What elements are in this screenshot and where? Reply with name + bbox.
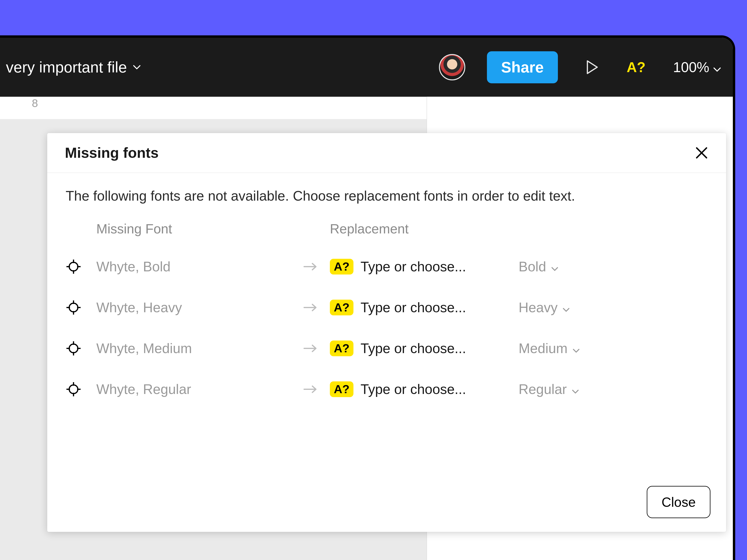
crosshair-icon[interactable] [66, 300, 96, 315]
arrow-right-icon [291, 302, 330, 313]
missing-font-name: Whyte, Regular [96, 381, 291, 397]
arrow-right-icon [291, 344, 330, 353]
replacement-cell: A? [330, 300, 501, 315]
replacement-cell: A? [330, 341, 501, 356]
missing-font-badge-icon: A? [330, 381, 354, 397]
crosshair-icon[interactable] [66, 381, 96, 397]
chevron-down-icon [551, 259, 558, 274]
font-weight-label: Regular [519, 381, 567, 397]
dialog-description: The following fonts are not available. C… [66, 187, 708, 205]
svg-point-8 [69, 303, 78, 312]
replacement-cell: A? [330, 259, 501, 274]
dialog-header: Missing fonts [47, 133, 726, 173]
column-header-replacement: Replacement [291, 221, 409, 236]
font-row: Whyte, RegularA?Regular [66, 369, 708, 410]
missing-font-name: Whyte, Heavy [96, 300, 291, 315]
svg-point-20 [69, 385, 78, 394]
font-row: Whyte, BoldA?Bold [66, 246, 708, 287]
crosshair-icon[interactable] [66, 259, 96, 274]
chevron-down-icon [713, 59, 721, 75]
svg-point-14 [69, 344, 78, 353]
replacement-font-input[interactable] [361, 300, 501, 315]
missing-fonts-dialog: Missing fonts The following fonts are no… [47, 133, 726, 532]
chevron-down-icon [133, 65, 141, 70]
dialog-body: The following fonts are not available. C… [47, 173, 726, 474]
arrow-right-icon [291, 384, 330, 394]
present-button[interactable] [586, 59, 599, 75]
table-header-row: Missing Font Replacement [66, 221, 708, 236]
missing-font-badge-icon: A? [330, 300, 354, 315]
replacement-font-input[interactable] [361, 341, 501, 356]
zoom-label: 100% [673, 59, 709, 75]
font-weight-dropdown[interactable]: Heavy [519, 300, 570, 315]
file-name-dropdown[interactable]: very important file [6, 58, 141, 76]
dialog-title: Missing fonts [65, 144, 159, 161]
font-weight-label: Heavy [519, 300, 558, 315]
replacement-font-input[interactable] [361, 259, 501, 274]
chevron-down-icon [573, 341, 580, 356]
chevron-down-icon [572, 381, 579, 397]
close-button[interactable]: Close [647, 486, 711, 518]
font-row: Whyte, HeavyA?Heavy [66, 287, 708, 328]
font-weight-dropdown[interactable]: Bold [519, 259, 558, 274]
font-weight-label: Medium [519, 341, 568, 356]
top-toolbar: very important file Share A? 100% [0, 38, 733, 97]
svg-point-2 [69, 262, 78, 271]
share-button[interactable]: Share [487, 51, 558, 83]
font-weight-dropdown[interactable]: Regular [519, 381, 579, 397]
chevron-down-icon [563, 300, 570, 315]
arrow-right-icon [291, 262, 330, 271]
dialog-footer: Close [47, 474, 726, 532]
missing-font-name: Whyte, Medium [96, 341, 291, 356]
missing-font-badge-icon: A? [330, 259, 354, 274]
app-window: very important file Share A? 100% 8 Miss… [0, 35, 735, 560]
font-weight-dropdown[interactable]: Medium [519, 341, 580, 356]
column-header-missing-font: Missing Font [66, 221, 291, 236]
zoom-dropdown[interactable]: 100% [673, 59, 721, 75]
replacement-cell: A? [330, 381, 501, 397]
font-row: Whyte, MediumA?Medium [66, 328, 708, 369]
replacement-font-input[interactable] [361, 381, 501, 397]
close-icon[interactable] [695, 146, 709, 160]
file-name-label: very important file [6, 58, 127, 76]
font-weight-label: Bold [519, 259, 546, 274]
avatar[interactable] [439, 54, 465, 80]
missing-fonts-indicator[interactable]: A? [627, 59, 646, 75]
ruler-tick-label: 8 [32, 97, 38, 109]
crosshair-icon[interactable] [66, 341, 96, 356]
missing-font-name: Whyte, Bold [96, 259, 291, 274]
missing-font-badge-icon: A? [330, 341, 354, 356]
